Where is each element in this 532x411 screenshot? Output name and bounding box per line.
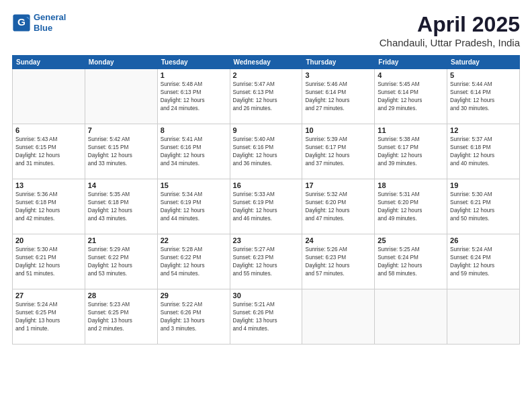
calendar-cell [85, 69, 157, 124]
day-info: Sunrise: 5:32 AM Sunset: 6:20 PM Dayligh… [305, 191, 371, 223]
logo-text: General Blue [34, 12, 66, 33]
calendar-cell: 4Sunrise: 5:45 AM Sunset: 6:14 PM Daylig… [375, 69, 447, 124]
calendar-cell: 6Sunrise: 5:43 AM Sunset: 6:15 PM Daylig… [13, 124, 85, 179]
calendar-cell: 19Sunrise: 5:30 AM Sunset: 6:21 PM Dayli… [447, 179, 520, 234]
logo: G General Blue [12, 12, 66, 33]
day-number: 10 [305, 126, 371, 134]
day-number: 29 [161, 291, 227, 300]
day-number: 16 [233, 181, 300, 189]
logo-icon: G [12, 13, 31, 32]
calendar-cell: 11Sunrise: 5:38 AM Sunset: 6:17 PM Dayli… [375, 124, 447, 179]
day-info: Sunrise: 5:31 AM Sunset: 6:20 PM Dayligh… [378, 191, 444, 223]
calendar-cell: 9Sunrise: 5:40 AM Sunset: 6:16 PM Daylig… [230, 124, 302, 179]
calendar-cell: 8Sunrise: 5:41 AM Sunset: 6:16 PM Daylig… [157, 124, 230, 179]
logo-line2: Blue [34, 23, 52, 33]
calendar-cell: 24Sunrise: 5:26 AM Sunset: 6:23 PM Dayli… [302, 234, 375, 289]
day-number: 17 [305, 181, 371, 189]
day-info: Sunrise: 5:26 AM Sunset: 6:23 PM Dayligh… [305, 246, 371, 278]
day-number: 19 [450, 181, 517, 189]
day-info: Sunrise: 5:37 AM Sunset: 6:18 PM Dayligh… [450, 136, 517, 168]
day-number: 26 [450, 236, 517, 244]
day-number: 15 [161, 181, 227, 189]
day-info: Sunrise: 5:36 AM Sunset: 6:18 PM Dayligh… [15, 191, 82, 223]
day-info: Sunrise: 5:24 AM Sunset: 6:25 PM Dayligh… [15, 301, 82, 333]
day-number: 3 [305, 71, 371, 79]
day-info: Sunrise: 5:43 AM Sunset: 6:15 PM Dayligh… [15, 136, 82, 168]
weekday-saturday: Saturday [447, 56, 520, 69]
day-number: 22 [161, 236, 227, 244]
day-number: 14 [88, 181, 154, 189]
day-info: Sunrise: 5:22 AM Sunset: 6:26 PM Dayligh… [161, 301, 227, 333]
day-info: Sunrise: 5:33 AM Sunset: 6:19 PM Dayligh… [233, 191, 300, 223]
day-info: Sunrise: 5:34 AM Sunset: 6:19 PM Dayligh… [161, 191, 227, 223]
day-number: 21 [88, 236, 154, 244]
calendar-cell: 5Sunrise: 5:44 AM Sunset: 6:14 PM Daylig… [447, 69, 520, 124]
weekday-monday: Monday [85, 56, 157, 69]
calendar-cell: 15Sunrise: 5:34 AM Sunset: 6:19 PM Dayli… [157, 179, 230, 234]
svg-text:G: G [17, 16, 26, 28]
calendar-cell: 16Sunrise: 5:33 AM Sunset: 6:19 PM Dayli… [230, 179, 302, 234]
title-area: April 2025 Chandauli, Uttar Pradesh, Ind… [380, 12, 520, 48]
weekday-friday: Friday [375, 56, 447, 69]
day-info: Sunrise: 5:27 AM Sunset: 6:23 PM Dayligh… [233, 246, 300, 278]
day-number: 24 [305, 236, 371, 244]
day-info: Sunrise: 5:21 AM Sunset: 6:26 PM Dayligh… [233, 301, 300, 333]
location-title: Chandauli, Uttar Pradesh, India [380, 37, 520, 48]
day-number: 2 [233, 71, 300, 79]
calendar-body: 1Sunrise: 5:48 AM Sunset: 6:13 PM Daylig… [13, 69, 520, 345]
month-title: April 2025 [380, 12, 520, 37]
calendar-week-2: 13Sunrise: 5:36 AM Sunset: 6:18 PM Dayli… [13, 179, 520, 234]
calendar-cell: 17Sunrise: 5:32 AM Sunset: 6:20 PM Dayli… [302, 179, 375, 234]
day-number: 30 [233, 291, 300, 300]
day-info: Sunrise: 5:28 AM Sunset: 6:22 PM Dayligh… [161, 246, 227, 278]
day-info: Sunrise: 5:35 AM Sunset: 6:18 PM Dayligh… [88, 191, 154, 223]
calendar-cell: 7Sunrise: 5:42 AM Sunset: 6:15 PM Daylig… [85, 124, 157, 179]
calendar-week-1: 6Sunrise: 5:43 AM Sunset: 6:15 PM Daylig… [13, 124, 520, 179]
day-info: Sunrise: 5:47 AM Sunset: 6:13 PM Dayligh… [233, 81, 300, 113]
calendar-cell: 12Sunrise: 5:37 AM Sunset: 6:18 PM Dayli… [447, 124, 520, 179]
page: G General Blue April 2025 Chandauli, Utt… [0, 0, 532, 411]
weekday-thursday: Thursday [302, 56, 375, 69]
day-number: 23 [233, 236, 300, 244]
day-number: 1 [161, 71, 227, 79]
day-number: 12 [450, 126, 517, 134]
calendar-cell: 25Sunrise: 5:25 AM Sunset: 6:24 PM Dayli… [375, 234, 447, 289]
day-info: Sunrise: 5:29 AM Sunset: 6:22 PM Dayligh… [88, 246, 154, 278]
day-number: 28 [88, 291, 154, 300]
day-info: Sunrise: 5:30 AM Sunset: 6:21 PM Dayligh… [450, 191, 517, 223]
calendar-cell [375, 289, 447, 345]
calendar-table: SundayMondayTuesdayWednesdayThursdayFrid… [12, 55, 520, 345]
day-number: 20 [15, 236, 82, 244]
calendar-cell: 22Sunrise: 5:28 AM Sunset: 6:22 PM Dayli… [157, 234, 230, 289]
calendar-cell: 23Sunrise: 5:27 AM Sunset: 6:23 PM Dayli… [230, 234, 302, 289]
calendar-cell: 2Sunrise: 5:47 AM Sunset: 6:13 PM Daylig… [230, 69, 302, 124]
day-info: Sunrise: 5:30 AM Sunset: 6:21 PM Dayligh… [15, 246, 82, 278]
day-number: 18 [378, 181, 444, 189]
day-info: Sunrise: 5:41 AM Sunset: 6:16 PM Dayligh… [161, 136, 227, 168]
day-number: 5 [450, 71, 517, 79]
calendar-cell: 18Sunrise: 5:31 AM Sunset: 6:20 PM Dayli… [375, 179, 447, 234]
calendar-cell [302, 289, 375, 345]
weekday-header-row: SundayMondayTuesdayWednesdayThursdayFrid… [13, 56, 520, 69]
day-number: 25 [378, 236, 444, 244]
day-info: Sunrise: 5:39 AM Sunset: 6:17 PM Dayligh… [305, 136, 371, 168]
day-number: 9 [233, 126, 300, 134]
calendar-cell [13, 69, 85, 124]
weekday-sunday: Sunday [13, 56, 85, 69]
day-info: Sunrise: 5:46 AM Sunset: 6:14 PM Dayligh… [305, 81, 371, 113]
day-number: 8 [161, 126, 227, 134]
calendar-cell: 20Sunrise: 5:30 AM Sunset: 6:21 PM Dayli… [13, 234, 85, 289]
day-info: Sunrise: 5:45 AM Sunset: 6:14 PM Dayligh… [378, 81, 444, 113]
day-number: 7 [88, 126, 154, 134]
calendar-week-0: 1Sunrise: 5:48 AM Sunset: 6:13 PM Daylig… [13, 69, 520, 124]
calendar-header: SundayMondayTuesdayWednesdayThursdayFrid… [13, 56, 520, 69]
day-info: Sunrise: 5:44 AM Sunset: 6:14 PM Dayligh… [450, 81, 517, 113]
day-number: 4 [378, 71, 444, 79]
calendar-cell: 28Sunrise: 5:23 AM Sunset: 6:25 PM Dayli… [85, 289, 157, 345]
calendar-cell: 14Sunrise: 5:35 AM Sunset: 6:18 PM Dayli… [85, 179, 157, 234]
day-number: 11 [378, 126, 444, 134]
calendar-cell: 30Sunrise: 5:21 AM Sunset: 6:26 PM Dayli… [230, 289, 302, 345]
calendar-cell [447, 289, 520, 345]
weekday-tuesday: Tuesday [157, 56, 230, 69]
day-info: Sunrise: 5:48 AM Sunset: 6:13 PM Dayligh… [161, 81, 227, 113]
